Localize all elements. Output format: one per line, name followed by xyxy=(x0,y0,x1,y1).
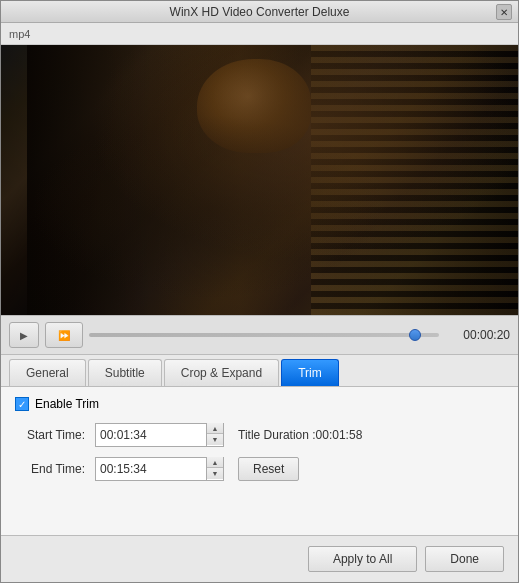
start-time-row: Start Time: ▲ ▼ Title Duration :00:01:58 xyxy=(15,423,504,447)
start-time-label: Start Time: xyxy=(15,428,95,442)
tab-trim-label: Trim xyxy=(298,366,322,380)
enable-trim-checkbox[interactable] xyxy=(15,397,29,411)
app-window: WinX HD Video Converter Deluxe ✕ mp4 ▶ ⏩… xyxy=(0,0,519,583)
tab-trim[interactable]: Trim xyxy=(281,359,339,386)
video-frame xyxy=(1,45,518,315)
tab-subtitle[interactable]: Subtitle xyxy=(88,359,162,386)
reset-button[interactable]: Reset xyxy=(238,457,299,481)
play-icon: ▶ xyxy=(20,330,28,341)
end-time-input-group: ▲ ▼ xyxy=(95,457,224,481)
time-display: 00:00:20 xyxy=(445,328,510,342)
content-area: Enable Trim Start Time: ▲ ▼ Title Durati… xyxy=(1,387,518,535)
title-bar: WinX HD Video Converter Deluxe ✕ xyxy=(1,1,518,23)
end-time-up[interactable]: ▲ xyxy=(207,457,223,468)
end-time-label: End Time: xyxy=(15,462,95,476)
file-bar: mp4 xyxy=(1,23,518,45)
apply-to-all-button[interactable]: Apply to All xyxy=(308,546,417,572)
enable-trim-row: Enable Trim xyxy=(15,397,504,411)
tab-general[interactable]: General xyxy=(9,359,86,386)
enable-trim-label: Enable Trim xyxy=(35,397,99,411)
seek-track[interactable] xyxy=(89,333,439,337)
start-time-down[interactable]: ▼ xyxy=(207,434,223,445)
title-duration-value: 00:01:58 xyxy=(316,428,363,442)
start-time-input-group: ▲ ▼ xyxy=(95,423,224,447)
title-duration-label: Title Duration : xyxy=(238,428,316,442)
tab-crop-expand[interactable]: Crop & Expand xyxy=(164,359,279,386)
close-button[interactable]: ✕ xyxy=(496,4,512,20)
play-button[interactable]: ▶ xyxy=(9,322,39,348)
start-time-spinners: ▲ ▼ xyxy=(206,423,223,447)
start-time-input[interactable] xyxy=(96,424,206,446)
filename-label: mp4 xyxy=(9,28,30,40)
controls-bar: ▶ ⏩ 00:00:20 xyxy=(1,315,518,355)
ff-icon: ⏩ xyxy=(58,330,70,341)
fastforward-button[interactable]: ⏩ xyxy=(45,322,83,348)
seek-bar[interactable] xyxy=(89,325,439,345)
end-time-input[interactable] xyxy=(96,458,206,480)
end-time-spinners: ▲ ▼ xyxy=(206,457,223,481)
seek-thumb[interactable] xyxy=(409,329,421,341)
video-overlay xyxy=(1,45,518,315)
tab-general-label: General xyxy=(26,366,69,380)
start-time-up[interactable]: ▲ xyxy=(207,423,223,434)
done-button[interactable]: Done xyxy=(425,546,504,572)
tab-subtitle-label: Subtitle xyxy=(105,366,145,380)
tabs-bar: General Subtitle Crop & Expand Trim xyxy=(1,355,518,387)
tab-crop-expand-label: Crop & Expand xyxy=(181,366,262,380)
app-title: WinX HD Video Converter Deluxe xyxy=(170,5,350,19)
end-time-row: End Time: ▲ ▼ Reset xyxy=(15,457,504,481)
end-time-down[interactable]: ▼ xyxy=(207,468,223,479)
video-preview xyxy=(1,45,518,315)
bottom-buttons: Apply to All Done xyxy=(1,535,518,582)
title-duration-display: Title Duration :00:01:58 xyxy=(238,428,362,442)
